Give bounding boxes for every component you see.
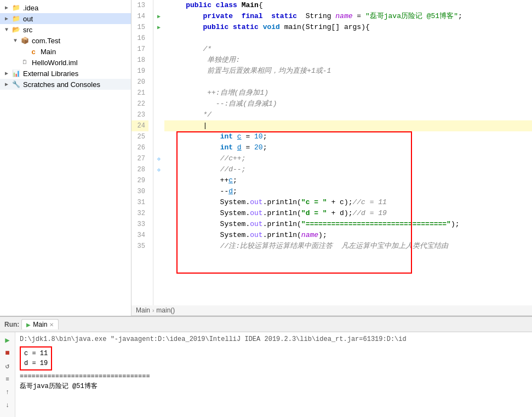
collapse-arrow-extlibs: ▶: [2, 70, 11, 77]
bottom-panel: Run: ▶ Main ✕ ▶ ■ ↺ ≡ ↑ ↓ D:\jdk1.8\bin\…: [0, 316, 532, 417]
code-line-17: /*: [164, 44, 532, 55]
code-line-14: private final static String name = "磊哥ja…: [164, 11, 532, 22]
extlib-icon: 📊: [11, 69, 21, 78]
collapse-arrow-out: ▶: [2, 15, 11, 22]
collapse-arrow-comtest: ▼: [11, 38, 20, 44]
sidebar-label-helloworld: HelloWorld.iml: [32, 59, 78, 67]
code-line-13: public class Main{: [164, 0, 532, 11]
sidebar-label-out: out: [23, 15, 33, 23]
step-marker-28: ◇: [157, 167, 160, 173]
sidebar-item-scratches[interactable]: ▶ 🔧 Scratches and Consoles: [0, 79, 131, 90]
code-line-32: System.out.println("d = " + d);//d = 19: [164, 208, 532, 219]
code-line-30: --d;: [164, 186, 532, 197]
sidebar-item-comtest[interactable]: ▼ 📦 com.Test: [0, 35, 131, 46]
output-command-line: D:\jdk1.8\bin\java.exe "-javaagent:D:\id…: [20, 334, 528, 344]
collapse-arrow-src: ▼: [2, 27, 11, 33]
run-tab-main[interactable]: ▶ Main ✕: [21, 319, 59, 329]
scratch-icon: 🔧: [11, 80, 21, 89]
run-down-btn[interactable]: ↓: [2, 400, 13, 411]
code-line-20: [164, 77, 532, 88]
output-d: d = 19: [24, 358, 48, 368]
package-icon-comtest: 📦: [20, 36, 30, 45]
code-line-35: //注:比较运算符运算结果中面注答 凡左运算中宝中加上人类代宝结由: [164, 241, 532, 252]
sidebar-item-extlibs[interactable]: ▶ 📊 External Libraries: [0, 68, 131, 79]
run-arrow-15: ▶: [157, 24, 161, 31]
sidebar-item-idea[interactable]: ▶ 📁 .idea: [0, 2, 131, 13]
step-marker-27: ◇: [157, 156, 160, 162]
sidebar-label-extlibs: External Libraries: [23, 70, 78, 78]
code-line-25: int c = 10;: [164, 131, 532, 142]
code-content: 13 14 15 16 17 18 19 20 21 22 23 24 25 2…: [131, 0, 532, 305]
folder-icon-src: 📂: [11, 25, 21, 34]
run-tab-close[interactable]: ✕: [49, 322, 54, 328]
sidebar-label-main: Main: [41, 48, 56, 56]
code-line-24: |: [164, 120, 532, 131]
breadcrumb-separator: ›: [152, 308, 154, 314]
line-numbers: 13 14 15 16 17 18 19 20 21 22 23 24 25 2…: [131, 0, 153, 305]
run-output: D:\jdk1.8\bin\java.exe "-javaagent:D:\id…: [15, 332, 532, 417]
run-rerun-btn[interactable]: ↺: [2, 361, 13, 372]
code-line-15: public static void main(String[] args){: [164, 22, 532, 33]
code-line-27: //c++;: [164, 153, 532, 164]
run-toolbar: ▶ ■ ↺ ≡ ↑ ↓: [0, 332, 15, 417]
output-separator: =================================: [20, 372, 528, 381]
code-line-33: System.out.println("====================…: [164, 219, 532, 230]
sidebar-item-out[interactable]: ▶ 📁 out: [0, 13, 131, 24]
sidebar-label-comtest: com.Test: [32, 37, 60, 45]
code-line-26: int d = 20;: [164, 142, 532, 153]
main-layout: ▶ 📁 .idea ▶ 📁 out ▼ 📂 src ▼ 📦 com.Test ▶…: [0, 0, 532, 316]
code-line-29: ++c;: [164, 175, 532, 186]
code-line-34: System.out.println(name);: [164, 230, 532, 241]
output-c: c = 11: [24, 349, 48, 358]
run-stop-btn[interactable]: ■: [2, 348, 13, 358]
code-line-16: [164, 33, 532, 44]
collapse-arrow-scratches: ▶: [2, 81, 11, 88]
code-line-18: 单独使用:: [164, 55, 532, 66]
sidebar: ▶ 📁 .idea ▶ 📁 out ▼ 📂 src ▼ 📦 com.Test ▶…: [0, 0, 131, 316]
code-line-23: */: [164, 109, 532, 120]
run-scroll-btn[interactable]: ≡: [2, 374, 13, 385]
sidebar-label-scratches: Scratches and Consoles: [23, 80, 100, 89]
code-line-21: ++:自增(自身加1): [164, 88, 532, 99]
code-line-22: --:自减(自身减1): [164, 99, 532, 109]
run-tab-play-icon: ▶: [26, 322, 31, 328]
sidebar-item-src[interactable]: ▼ 📂 src: [0, 24, 131, 35]
run-up-btn[interactable]: ↑: [2, 387, 13, 398]
breadcrumb-main[interactable]: Main: [136, 306, 150, 314]
output-boxed-section: c = 11 d = 19: [20, 346, 528, 372]
collapse-arrow-idea: ▶: [2, 4, 11, 11]
breadcrumb: Main › main(): [131, 305, 532, 316]
run-tab-label: Main: [33, 321, 47, 328]
editor-wrapper[interactable]: public class Main{ private final static …: [164, 0, 532, 305]
editor-area: 13 14 15 16 17 18 19 20 21 22 23 24 25 2…: [131, 0, 532, 316]
code-line-28: //d--;: [164, 164, 532, 175]
run-output-area: ▶ ■ ↺ ≡ ↑ ↓ D:\jdk1.8\bin\java.exe "-jav…: [0, 332, 532, 417]
output-name: 磊哥java历险记 @51博客: [20, 381, 528, 391]
java-icon-main: c: [28, 47, 38, 56]
code-line-31: System.out.println("c = " + c);//c = 11: [164, 197, 532, 208]
output-red-box: c = 11 d = 19: [20, 346, 52, 370]
run-arrow-14: ▶: [157, 13, 161, 20]
run-play-btn[interactable]: ▶: [2, 334, 13, 345]
run-label: Run:: [4, 321, 19, 328]
gutter: ▶ ▶ ◇ ◇: [153, 0, 164, 305]
code-line-19: 前置与后置效果相同，均为直接+1或-1: [164, 66, 532, 77]
sidebar-item-main[interactable]: ▶ c Main: [0, 46, 131, 57]
breadcrumb-main-method[interactable]: main(): [156, 306, 175, 314]
folder-icon-out: 📁: [11, 14, 21, 23]
iml-icon-helloworld: 🗒: [20, 58, 30, 67]
sidebar-item-helloworld[interactable]: ▶ 🗒 HelloWorld.iml: [0, 57, 131, 68]
code-lines[interactable]: public class Main{ private final static …: [164, 0, 532, 252]
folder-icon-idea: 📁: [11, 3, 21, 12]
sidebar-label-idea: .idea: [23, 4, 38, 12]
run-tab-bar: Run: ▶ Main ✕: [0, 317, 532, 332]
sidebar-label-src: src: [23, 26, 32, 34]
